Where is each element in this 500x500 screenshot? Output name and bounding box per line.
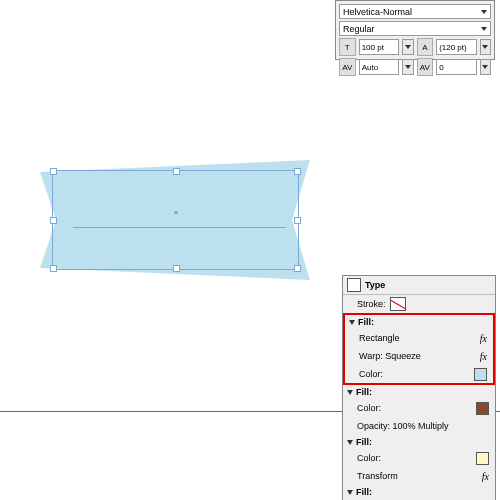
- canvas: Helvetica-Normal Regular T 100 pt A (120…: [0, 0, 500, 500]
- bounding-box[interactable]: [52, 170, 299, 270]
- font-select[interactable]: Helvetica-Normal: [339, 4, 491, 19]
- stroke-row[interactable]: Stroke:: [343, 295, 495, 313]
- handle-icon[interactable]: [294, 168, 301, 175]
- attr-color[interactable]: Color:: [343, 399, 495, 417]
- handle-icon[interactable]: [50, 168, 57, 175]
- font-value: Helvetica-Normal: [343, 7, 412, 17]
- attr-transform[interactable]: Transformfx: [343, 467, 495, 485]
- font-size-icon: T: [339, 38, 356, 56]
- fill-section[interactable]: Fill:: [343, 485, 495, 499]
- character-panel: Helvetica-Normal Regular T 100 pt A (120…: [335, 0, 495, 60]
- fill-section[interactable]: Fill:: [345, 315, 493, 329]
- leading-input[interactable]: (120 pt): [436, 39, 477, 55]
- fx-icon[interactable]: fx: [480, 351, 487, 362]
- attr-opacity[interactable]: Opacity: 100% Multiply: [343, 417, 495, 435]
- chevron-down-icon: [482, 65, 488, 69]
- color-swatch[interactable]: [476, 452, 489, 465]
- triangle-down-icon: [349, 320, 355, 325]
- highlight-box: Fill: Rectanglefx Warp: Squeezefx Color:: [343, 313, 495, 385]
- attr-color[interactable]: Color:: [345, 365, 493, 383]
- leading-stepper[interactable]: [480, 39, 491, 55]
- no-stroke-icon[interactable]: [390, 297, 406, 311]
- handle-icon[interactable]: [173, 265, 180, 272]
- attr-rectangle[interactable]: Rectanglefx: [345, 329, 493, 347]
- tracking-icon: AV: [417, 58, 434, 76]
- size-stepper[interactable]: [402, 39, 413, 55]
- fx-icon[interactable]: fx: [482, 471, 489, 482]
- fill-section[interactable]: Fill:: [343, 385, 495, 399]
- handle-icon[interactable]: [173, 168, 180, 175]
- kerning-input[interactable]: Auto: [359, 59, 400, 75]
- appearance-panel: Type Stroke: Fill: Rectanglefx Warp: Squ…: [342, 275, 496, 500]
- kerning-icon: AV: [339, 58, 356, 76]
- tracking-stepper[interactable]: [480, 59, 491, 75]
- handle-icon[interactable]: [50, 217, 57, 224]
- chevron-down-icon: [481, 27, 487, 31]
- stroke-label: Stroke:: [357, 299, 386, 309]
- color-swatch[interactable]: [474, 368, 487, 381]
- size-input[interactable]: 100 pt: [359, 39, 400, 55]
- attr-warp[interactable]: Warp: Squeezefx: [345, 347, 493, 365]
- chevron-down-icon: [481, 10, 487, 14]
- color-swatch[interactable]: [476, 402, 489, 415]
- panel-title: Type: [365, 280, 385, 290]
- target-swatch-icon[interactable]: [347, 278, 361, 292]
- style-value: Regular: [343, 24, 375, 34]
- leading-icon: A: [417, 38, 434, 56]
- handle-icon[interactable]: [50, 265, 57, 272]
- attr-color[interactable]: Color:: [343, 449, 495, 467]
- fx-icon[interactable]: fx: [480, 333, 487, 344]
- fill-section[interactable]: Fill:: [343, 435, 495, 449]
- chevron-down-icon: [482, 45, 488, 49]
- chevron-down-icon: [405, 65, 411, 69]
- baseline: [73, 227, 286, 228]
- style-select[interactable]: Regular: [339, 21, 491, 36]
- triangle-down-icon: [347, 440, 353, 445]
- triangle-down-icon: [347, 490, 353, 495]
- kerning-stepper[interactable]: [402, 59, 413, 75]
- triangle-down-icon: [347, 390, 353, 395]
- chevron-down-icon: [405, 45, 411, 49]
- center-point-icon: [174, 211, 177, 214]
- handle-icon[interactable]: [294, 265, 301, 272]
- panel-header: Type: [343, 276, 495, 295]
- tracking-input[interactable]: 0: [436, 59, 477, 75]
- selected-shape[interactable]: [40, 160, 310, 280]
- handle-icon[interactable]: [294, 217, 301, 224]
